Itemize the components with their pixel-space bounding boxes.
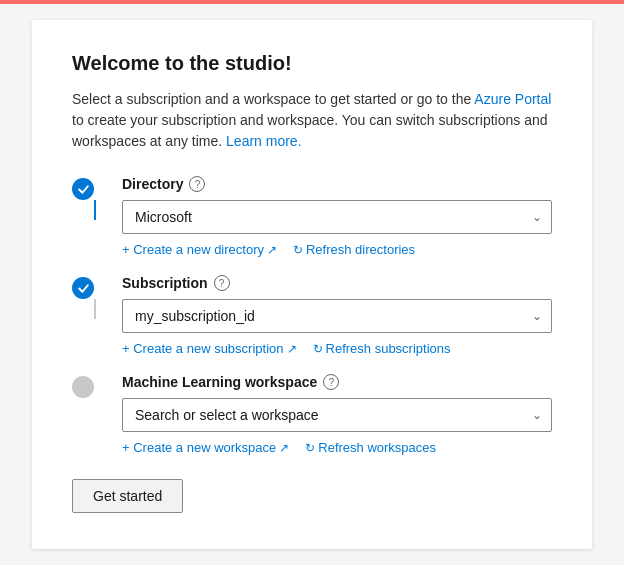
external-link-icon-sub: ↗ [287,342,297,356]
workspace-actions: + Create a new workspace ↗ ↻ Refresh wor… [122,440,552,455]
workspace-help-icon[interactable]: ? [323,374,339,390]
refresh-subscriptions-icon: ↻ [313,342,323,356]
refresh-directories-link[interactable]: ↻ Refresh directories [293,242,415,257]
directory-select-wrapper: Microsoft ⌄ [122,200,552,234]
workspace-content: Machine Learning workspace ? Search or s… [122,374,552,455]
refresh-directories-icon: ↻ [293,243,303,257]
directory-select[interactable]: Microsoft [122,200,552,234]
workspace-label: Machine Learning workspace ? [122,374,552,390]
create-new-workspace-link[interactable]: + Create a new workspace ↗ [122,440,289,455]
external-link-icon: ↗ [267,243,277,257]
workspace-section: Machine Learning workspace ? Search or s… [72,374,552,455]
subscription-select-wrapper: my_subscription_id ⌄ [122,299,552,333]
directory-help-icon[interactable]: ? [189,176,205,192]
subscription-select[interactable]: my_subscription_id [122,299,552,333]
create-new-subscription-link[interactable]: + Create a new subscription ↗ [122,341,297,356]
intro-paragraph: Select a subscription and a workspace to… [72,89,552,152]
workspace-select[interactable]: Search or select a workspace [122,398,552,432]
refresh-workspaces-icon: ↻ [305,441,315,455]
refresh-workspaces-link[interactable]: ↻ Refresh workspaces [305,440,436,455]
azure-portal-link[interactable]: Azure Portal [474,91,551,107]
create-new-directory-link[interactable]: + Create a new directory ↗ [122,242,277,257]
directory-label: Directory ? [122,176,552,192]
external-link-icon-ws: ↗ [279,441,289,455]
workspace-step-indicator [72,376,94,398]
subscription-help-icon[interactable]: ? [214,275,230,291]
subscription-label: Subscription ? [122,275,552,291]
subscription-section: Subscription ? my_subscription_id ⌄ + Cr… [72,275,552,356]
directory-content: Directory ? Microsoft ⌄ + Create a new d… [122,176,552,257]
directory-step-indicator [72,178,94,200]
learn-more-link[interactable]: Learn more. [226,133,301,149]
workspace-select-wrapper: Search or select a workspace ⌄ [122,398,552,432]
page-title: Welcome to the studio! [72,52,552,75]
directory-section: Directory ? Microsoft ⌄ + Create a new d… [72,176,552,257]
get-started-button[interactable]: Get started [72,479,183,513]
subscription-step-indicator [72,277,94,299]
directory-actions: + Create a new directory ↗ ↻ Refresh dir… [122,242,552,257]
refresh-subscriptions-link[interactable]: ↻ Refresh subscriptions [313,341,451,356]
subscription-actions: + Create a new subscription ↗ ↻ Refresh … [122,341,552,356]
subscription-content: Subscription ? my_subscription_id ⌄ + Cr… [122,275,552,356]
